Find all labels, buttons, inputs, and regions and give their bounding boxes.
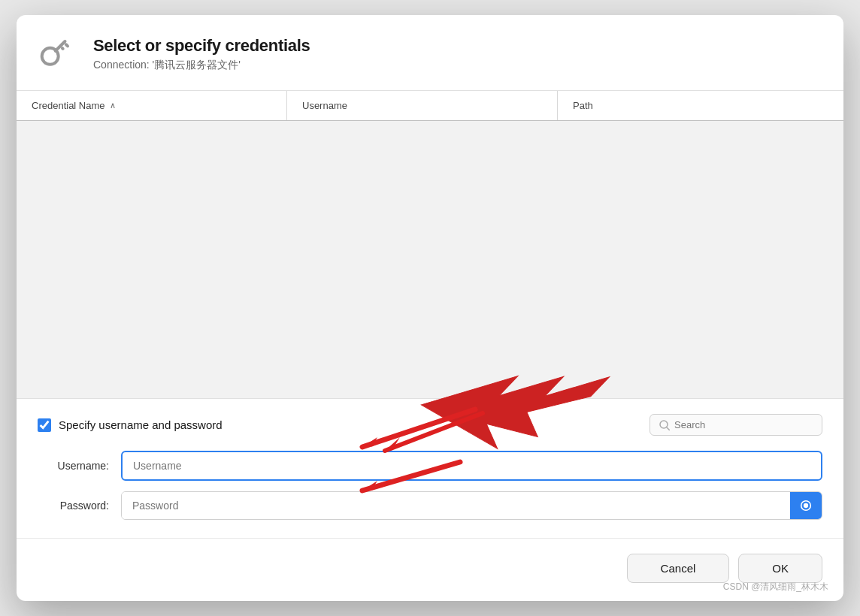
column-credential-name[interactable]: Credential Name ∧: [17, 91, 287, 120]
password-input[interactable]: [122, 492, 790, 519]
footer-buttons: Cancel OK: [17, 538, 843, 601]
username-label: Username:: [38, 460, 109, 472]
password-toggle-button[interactable]: [790, 492, 822, 519]
search-box: [650, 414, 822, 436]
username-row: Username:: [38, 451, 822, 481]
dialog-subtitle: Connection: '腾讯云服务器文件': [93, 59, 310, 72]
column-path: Path: [558, 91, 843, 120]
sort-arrow-icon: ∧: [110, 101, 116, 110]
bottom-section: Specify username and password Username: …: [17, 398, 843, 538]
checkbox-search-row: Specify username and password: [38, 414, 822, 436]
column-path-label: Path: [573, 100, 593, 111]
eye-icon: [799, 499, 813, 512]
credentials-dialog: Select or specify credentials Connection…: [17, 15, 843, 601]
svg-point-6: [804, 503, 808, 508]
search-input[interactable]: [674, 419, 813, 430]
column-username: Username: [287, 91, 558, 120]
specify-credentials-checkbox[interactable]: [38, 418, 51, 432]
svg-line-5: [667, 427, 670, 430]
password-label: Password:: [38, 500, 109, 512]
svg-rect-1: [53, 39, 67, 53]
column-credential-name-label: Credential Name: [32, 100, 105, 111]
dialog-title: Select or specify credentials: [93, 36, 310, 56]
key-icon: [38, 33, 80, 75]
cancel-button[interactable]: Cancel: [627, 554, 730, 583]
table-body: [17, 121, 843, 398]
search-icon: [659, 420, 670, 430]
credentials-table: Credential Name ∧ Username Path: [17, 91, 843, 398]
username-input[interactable]: [121, 451, 822, 481]
header-text: Select or specify credentials Connection…: [93, 36, 310, 72]
checkbox-wrap: Specify username and password: [38, 418, 223, 432]
watermark: CSDN @清风细雨_林木木: [723, 581, 828, 593]
password-wrapper: [121, 491, 822, 520]
table-header: Credential Name ∧ Username Path: [17, 91, 843, 121]
checkbox-label: Specify username and password: [59, 418, 223, 431]
column-username-label: Username: [302, 100, 347, 111]
ok-button[interactable]: OK: [738, 554, 822, 583]
dialog-header: Select or specify credentials Connection…: [17, 15, 843, 91]
form-fields: Username: Password:: [38, 451, 822, 520]
password-row: Password:: [38, 491, 822, 520]
